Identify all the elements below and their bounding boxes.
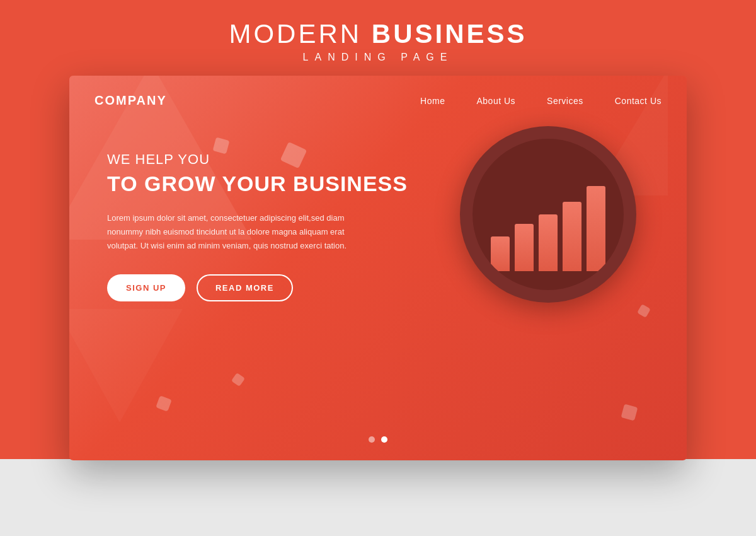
logo: COMPANY <box>94 93 167 108</box>
bar-2 <box>515 224 534 271</box>
nav-item-home[interactable]: Home <box>420 95 445 107</box>
chart-circle-inner <box>472 139 624 290</box>
nav-item-services[interactable]: Services <box>547 95 583 107</box>
landing-card: COMPANY Home About Us Services Contact U… <box>69 76 687 460</box>
bar-4 <box>563 202 581 271</box>
title-bold: BUSINESS <box>372 19 527 49</box>
chart-circle-outer <box>460 126 636 303</box>
nav-link-contact[interactable]: Contact Us <box>615 96 662 106</box>
float-square-6 <box>231 373 245 387</box>
card-wrapper: COMPANY Home About Us Services Contact U… <box>69 76 687 460</box>
float-square-3 <box>637 304 651 318</box>
page-title-area: MODERN BUSINESS LANDING PAGE <box>0 0 756 76</box>
page-title-main: MODERN BUSINESS <box>229 19 527 49</box>
bar-1 <box>491 236 510 271</box>
bar-5 <box>587 186 605 271</box>
hero-title: TO GROW YOUR BUSINESS <box>107 172 408 196</box>
hero-content: WE HELP YOU TO GROW YOUR BUSINESS Lorem … <box>107 151 408 301</box>
hero-body: Lorem ipsum dolor sit amet, consectetuer… <box>107 211 359 253</box>
dot-1[interactable] <box>369 436 375 443</box>
navbar: COMPANY Home About Us Services Contact U… <box>69 76 687 125</box>
float-square-5 <box>621 404 638 421</box>
signup-button[interactable]: SIGN UP <box>107 274 185 301</box>
nav-link-about[interactable]: About Us <box>476 96 515 106</box>
title-light: MODERN <box>229 19 371 49</box>
nav-item-contact[interactable]: Contact Us <box>615 95 662 107</box>
nav-links: Home About Us Services Contact Us <box>420 95 662 107</box>
page-title-sub: LANDING PAGE <box>303 52 454 63</box>
bottom-area <box>0 459 756 536</box>
hero-buttons: SIGN UP READ MORE <box>107 274 408 301</box>
nav-item-about[interactable]: About Us <box>476 95 515 107</box>
readmore-button[interactable]: READ MORE <box>197 274 293 301</box>
hero-subtitle: WE HELP YOU <box>107 151 408 168</box>
nav-link-services[interactable]: Services <box>547 96 583 106</box>
pagination <box>369 436 387 443</box>
nav-link-home[interactable]: Home <box>420 96 445 106</box>
bar-3 <box>539 214 558 271</box>
dot-2[interactable] <box>381 436 387 443</box>
chart-container <box>460 126 636 303</box>
